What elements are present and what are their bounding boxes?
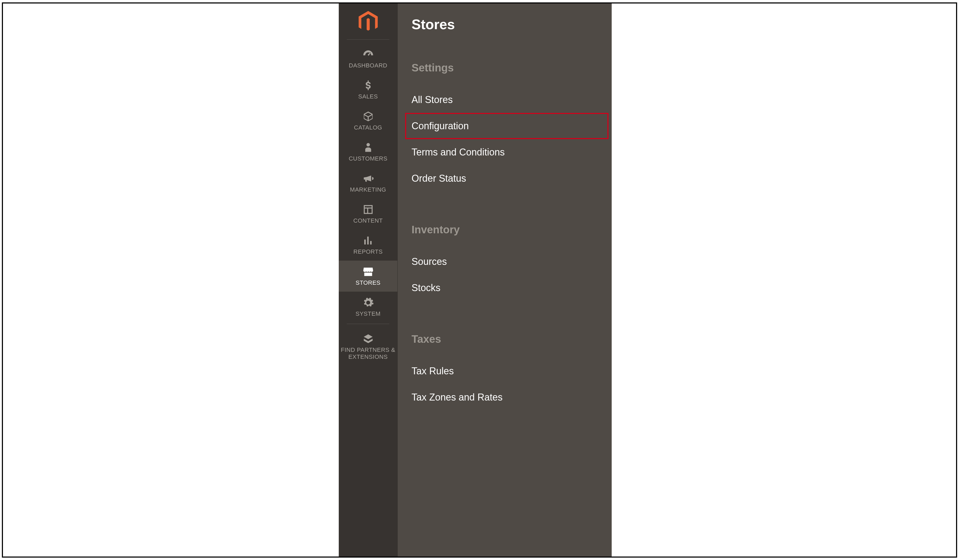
nav-label: MARKETING (350, 186, 386, 193)
flyout-link-stocks[interactable]: Stocks (411, 275, 598, 301)
nav-label: CONTENT (354, 217, 383, 224)
flyout-link-terms[interactable]: Terms and Conditions (411, 139, 598, 165)
nav-sales[interactable]: SALES (339, 75, 397, 105)
sidebar-separator (347, 39, 389, 40)
nav-system[interactable]: SYSTEM (339, 292, 397, 323)
nav-content[interactable]: CONTENT (339, 199, 397, 229)
person-icon (362, 141, 374, 154)
flyout-title: Stores (411, 16, 598, 32)
nav-label: CATALOG (354, 124, 382, 131)
nav-label: DASHBOARD (349, 62, 387, 69)
nav-label: CUSTOMERS (349, 155, 387, 162)
nav-dashboard[interactable]: DASHBOARD (339, 43, 397, 75)
section-gap (411, 301, 598, 333)
gear-icon (362, 296, 374, 309)
nav-marketing[interactable]: MARKETING (339, 167, 397, 199)
admin-sidebar: DASHBOARD SALES CATALOG CUSTOMERS (339, 3, 398, 557)
flyout-link-order-status[interactable]: Order Status (411, 165, 598, 192)
dollar-icon (362, 79, 374, 92)
nav-stores[interactable]: STORES (339, 261, 397, 292)
admin-panel: DASHBOARD SALES CATALOG CUSTOMERS (339, 3, 612, 557)
flyout-link-all-stores[interactable]: All Stores (411, 87, 598, 113)
flyout-link-configuration[interactable]: Configuration (405, 113, 609, 139)
flyout-heading-settings: Settings (411, 62, 598, 74)
magento-logo-icon (358, 11, 378, 33)
nav-catalog[interactable]: CATALOG (339, 105, 397, 137)
flyout-heading-inventory: Inventory (411, 224, 598, 236)
blocks-icon (362, 332, 374, 345)
sidebar-separator (347, 324, 389, 324)
layout-icon (362, 204, 374, 216)
gauge-icon (362, 48, 374, 60)
nav-label: SYSTEM (355, 310, 381, 317)
section-gap (411, 192, 598, 224)
nav-label: FIND PARTNERS & EXTENSIONS (340, 347, 396, 360)
nav-find-partners[interactable]: FIND PARTNERS & EXTENSIONS (339, 328, 397, 366)
magento-logo[interactable] (339, 3, 397, 38)
screenshot-frame: DASHBOARD SALES CATALOG CUSTOMERS (2, 2, 957, 558)
nav-label: STORES (355, 279, 381, 286)
flyout-heading-taxes: Taxes (411, 333, 598, 345)
box-icon (362, 110, 374, 123)
flyout-link-tax-zones[interactable]: Tax Zones and Rates (411, 384, 598, 410)
nav-label: REPORTS (354, 248, 382, 255)
nav-customers[interactable]: CUSTOMERS (339, 137, 397, 167)
flyout-link-tax-rules[interactable]: Tax Rules (411, 358, 598, 384)
flyout-link-sources[interactable]: Sources (411, 248, 598, 275)
nav-reports[interactable]: REPORTS (339, 229, 397, 261)
bar-chart-icon (362, 234, 374, 247)
stores-flyout: Stores Settings All Stores Configuration… (398, 3, 612, 557)
nav-label: SALES (358, 93, 378, 100)
megaphone-icon (362, 172, 374, 185)
store-icon (362, 266, 374, 278)
